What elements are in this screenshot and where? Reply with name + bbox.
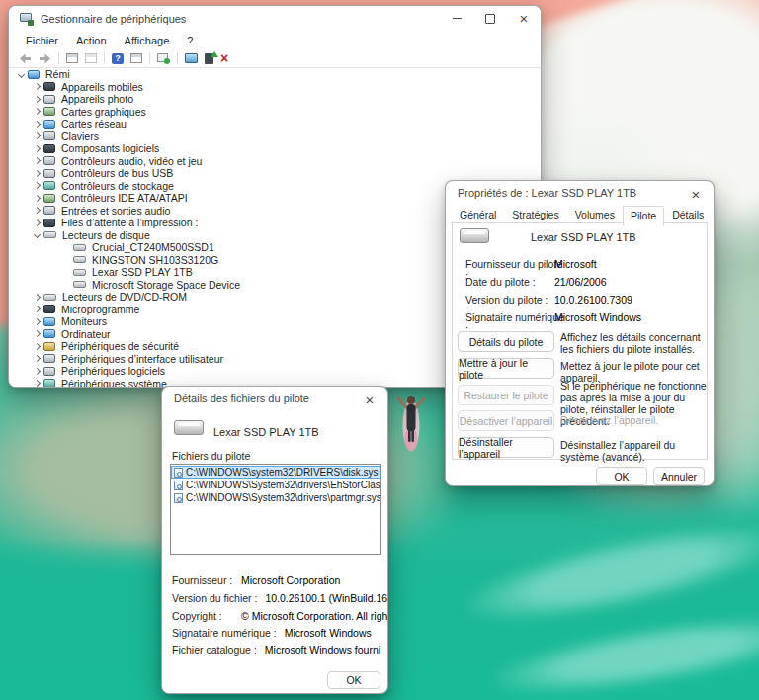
driver-files-label: Fichiers du pilote xyxy=(172,450,250,462)
console-tree-icon[interactable] xyxy=(66,51,78,65)
ok-button[interactable]: OK xyxy=(596,467,647,485)
driver-details-button[interactable]: Détails du pilote xyxy=(458,331,554,352)
chevron-right-icon[interactable] xyxy=(31,158,43,163)
chevron-right-icon[interactable] xyxy=(31,344,43,349)
list-item-partmgr-sys[interactable]: C:\WINDOWS\System32\drivers\partmgr.sys xyxy=(171,491,380,504)
chevron-right-icon[interactable] xyxy=(31,208,43,213)
devices-view-icon[interactable] xyxy=(185,51,198,65)
field-value: Microsoft Windows fourni xyxy=(265,644,380,656)
scan-hardware-changes-icon[interactable] xyxy=(157,51,170,65)
menu-affichage[interactable]: Affichage xyxy=(116,33,179,48)
chevron-right-icon[interactable] xyxy=(31,381,43,386)
chevron-right-icon[interactable] xyxy=(31,369,43,374)
chevron-right-icon[interactable] xyxy=(31,122,43,127)
disk-drive-icon xyxy=(73,281,86,288)
tree-item-appareils-mobiles[interactable]: Appareils mobiles xyxy=(9,81,541,94)
field-value: Microsoft Corporation xyxy=(241,574,340,586)
properties-dialog: Propriétés de : Lexar SSD PLAY 1TB Génér… xyxy=(445,180,715,486)
tree-item-composants-logiciels[interactable]: Composants logiciels xyxy=(9,142,541,155)
properties-icon[interactable] xyxy=(85,51,97,65)
disk-drive-icon xyxy=(43,231,56,238)
update-driver-icon[interactable] xyxy=(205,51,213,65)
roll-back-driver-button[interactable]: Restaurer le pilote xyxy=(458,385,554,405)
chevron-right-icon[interactable] xyxy=(31,319,43,324)
chevron-right-icon[interactable] xyxy=(31,133,43,138)
disable-device-button[interactable]: Désactiver l’appareil xyxy=(458,410,554,431)
tree-item-controleurs-audio[interactable]: Contrôleurs audio, vidéo et jeu xyxy=(9,155,541,168)
close-button[interactable] xyxy=(507,6,541,31)
chevron-right-icon[interactable] xyxy=(31,196,43,201)
chevron-right-icon[interactable] xyxy=(31,220,43,225)
tree-item-label: KINGSTON SH103S3120G xyxy=(92,254,218,266)
uninstall-device-button[interactable]: Désinstaller l’appareil xyxy=(458,437,554,458)
graphics-card-icon xyxy=(43,107,55,116)
tree-item-label: Entrées et sorties audio xyxy=(61,205,170,217)
tree-item-root[interactable]: Rémi xyxy=(9,68,541,81)
firmware-icon xyxy=(43,305,55,313)
field-label: Fournisseur : xyxy=(172,574,233,586)
tree-item-label: Lecteurs de DVD/CD-ROM xyxy=(62,291,187,303)
minimize-button[interactable] xyxy=(440,6,473,31)
uninstall-device-icon[interactable] xyxy=(220,51,228,65)
maximize-button[interactable] xyxy=(473,6,507,31)
tab-volumes[interactable]: Volumes xyxy=(567,205,623,225)
menu-action[interactable]: Action xyxy=(67,33,116,48)
disable-device-desc: Désactivez l’appareil. xyxy=(560,414,709,426)
chevron-right-icon[interactable] xyxy=(31,306,43,311)
driver-file-details-dialog: Détails des fichiers du pilote Lexar SSD… xyxy=(161,386,388,694)
menu-fichier[interactable]: Fichier xyxy=(17,33,67,48)
help-icon[interactable] xyxy=(112,51,124,65)
ide-controller-icon xyxy=(43,194,55,203)
tree-item-claviers[interactable]: Claviers xyxy=(9,131,541,143)
title-bar[interactable]: Gestionnaire de périphériques xyxy=(9,6,541,31)
chevron-right-icon[interactable] xyxy=(31,146,43,151)
chevron-right-icon[interactable] xyxy=(31,183,43,188)
device-name: Lexar SSD PLAY 1TB xyxy=(213,426,319,438)
tree-item-label: Ordinateur xyxy=(61,328,111,340)
menu-help[interactable]: ? xyxy=(178,33,202,48)
chevron-right-icon[interactable] xyxy=(31,109,43,114)
software-device-icon xyxy=(43,367,55,376)
tree-item-cartes-graphiques[interactable]: Cartes graphiques xyxy=(9,106,541,119)
tab-strategies[interactable]: Stratégies xyxy=(504,205,566,225)
tree-item-appareils-photo[interactable]: Appareils photo xyxy=(9,93,541,106)
hid-device-icon xyxy=(43,354,55,363)
tree-item-label: Lexar SSD PLAY 1TB xyxy=(92,266,193,278)
software-component-icon xyxy=(43,144,55,153)
tree-item-label: Claviers xyxy=(61,131,99,142)
tree-item-cartes-reseau[interactable]: Cartes réseau xyxy=(9,118,541,131)
field-label: Fichier catalogue : xyxy=(172,644,257,656)
field-value: 10.0.26100.1 (WinBuild.160101.0800) xyxy=(265,592,388,604)
close-icon[interactable] xyxy=(688,186,704,202)
list-item-ehstorclass-sys[interactable]: C:\WINDOWS\System32\drivers\EhStorClass.… xyxy=(171,479,380,491)
tree-item-label: Microsoft Storage Space Device xyxy=(92,279,240,291)
action-pane-icon[interactable] xyxy=(130,51,142,65)
tab-pilote[interactable]: Pilote xyxy=(623,206,664,226)
uninstall-device-desc: Désinstallez l’appareil du système (avan… xyxy=(560,439,709,463)
list-item-disk-sys[interactable]: C:\WINDOWS\system32\DRIVERS\disk.sys xyxy=(171,466,380,479)
update-driver-button[interactable]: Mettre à jour le pilote xyxy=(458,358,554,379)
chevron-right-icon[interactable] xyxy=(31,295,43,300)
forward-icon[interactable] xyxy=(39,51,51,65)
close-icon[interactable] xyxy=(362,392,378,407)
back-icon[interactable] xyxy=(19,51,32,65)
tab-general[interactable]: Général xyxy=(452,205,504,225)
field-value: Microsoft Windows xyxy=(285,627,372,639)
tab-details[interactable]: Détails xyxy=(664,205,712,225)
tree-item-controleurs-usb[interactable]: Contrôleurs de bus USB xyxy=(9,167,541,180)
chevron-down-icon[interactable] xyxy=(31,232,43,237)
chevron-right-icon[interactable] xyxy=(31,356,43,361)
audio-io-icon xyxy=(43,206,55,215)
field-value: 21/06/2006 xyxy=(554,276,607,288)
chevron-right-icon[interactable] xyxy=(31,97,43,102)
tree-item-label: Appareils photo xyxy=(61,93,133,105)
chevron-down-icon[interactable] xyxy=(15,72,28,77)
chevron-right-icon[interactable] xyxy=(31,84,43,89)
disk-drive-icon xyxy=(174,420,204,435)
chevron-right-icon[interactable] xyxy=(31,331,43,336)
tab-evenements[interactable]: Événements xyxy=(712,205,715,225)
ok-button[interactable]: OK xyxy=(327,671,380,689)
cancel-button[interactable]: Annuler xyxy=(653,467,705,485)
tree-item-label: Cartes graphiques xyxy=(61,106,146,118)
chevron-right-icon[interactable] xyxy=(31,171,43,176)
